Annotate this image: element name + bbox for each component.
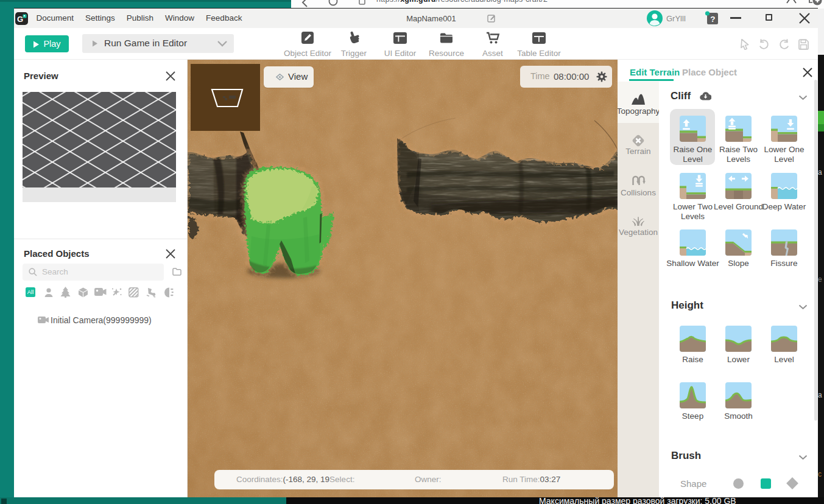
- svg-text:?: ?: [710, 15, 715, 24]
- svg-text:G: G: [17, 15, 23, 24]
